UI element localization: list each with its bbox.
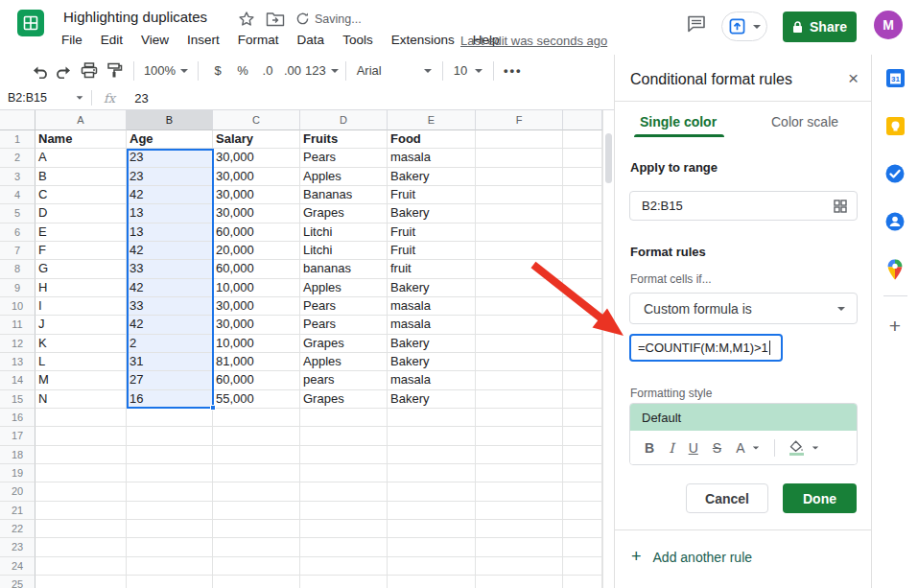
cell-G1[interactable] (563, 130, 602, 149)
cell-D17[interactable] (300, 427, 388, 445)
cell-C4[interactable]: 30,000 (213, 186, 300, 204)
cell-E12[interactable]: Bakery (388, 335, 476, 353)
cell-A20[interactable] (35, 482, 127, 501)
row-header-16[interactable]: 16 (0, 409, 35, 427)
increase-decimal-button[interactable]: .00 (280, 59, 305, 82)
cell-E24[interactable] (388, 557, 476, 576)
google-calendar-icon[interactable]: 31 (884, 67, 906, 88)
cell-B3[interactable]: 23 (127, 168, 213, 186)
cell-F9[interactable] (476, 279, 563, 297)
custom-formula-input[interactable]: =COUNTIF(M:M,M1)>1 (629, 334, 783, 362)
cell-B18[interactable] (127, 446, 213, 464)
row-header-7[interactable]: 7 (0, 242, 35, 260)
font-size-select[interactable]: 10 (450, 59, 486, 82)
row-header-1[interactable]: 1 (0, 130, 35, 149)
star-icon[interactable] (238, 11, 255, 28)
cell-G6[interactable] (563, 223, 602, 242)
menu-format[interactable]: Format (238, 33, 279, 47)
row-header-15[interactable]: 15 (0, 390, 35, 409)
cell-G7[interactable] (563, 242, 602, 260)
cell-D25[interactable] (300, 576, 388, 588)
cell-A17[interactable] (35, 427, 127, 445)
last-edit-link[interactable]: Last edit was seconds ago (460, 34, 607, 48)
get-add-ons-icon[interactable]: + (889, 315, 901, 338)
cell-E8[interactable]: fruit (388, 260, 476, 278)
cell-F1[interactable] (476, 130, 563, 149)
cell-F5[interactable] (476, 204, 563, 223)
cell-G16[interactable] (563, 409, 602, 427)
cell-E19[interactable] (388, 464, 476, 482)
cell-E1[interactable]: Food (388, 130, 476, 149)
cell-F16[interactable] (476, 409, 563, 427)
cell-B23[interactable] (127, 538, 213, 556)
cell-G19[interactable] (563, 464, 602, 482)
cell-A5[interactable]: D (35, 204, 127, 223)
row-header-10[interactable]: 10 (0, 297, 35, 316)
cell-D8[interactable]: bananas (300, 260, 388, 278)
cell-C2[interactable]: 30,000 (213, 149, 300, 167)
cell-G23[interactable] (563, 538, 602, 556)
cell-E23[interactable] (388, 538, 476, 556)
cell-F7[interactable] (476, 242, 563, 260)
cell-C17[interactable] (213, 427, 300, 445)
column-header-B[interactable]: B (127, 110, 213, 130)
cell-E22[interactable] (388, 520, 476, 538)
cell-D23[interactable] (300, 538, 388, 556)
cell-A6[interactable]: E (35, 223, 127, 242)
row-header-21[interactable]: 21 (0, 502, 35, 520)
cell-F6[interactable] (476, 223, 563, 242)
cell-D2[interactable]: Pears (300, 149, 388, 167)
cell-E4[interactable]: Fruit (388, 186, 476, 204)
cell-F12[interactable] (476, 335, 563, 353)
name-box[interactable]: B2:B15 (0, 86, 91, 109)
cell-C12[interactable]: 10,000 (213, 335, 300, 353)
cell-D22[interactable] (300, 520, 388, 538)
cell-B12[interactable]: 2 (127, 335, 213, 353)
cell-C8[interactable]: 60,000 (213, 260, 300, 278)
cell-G20[interactable] (563, 482, 602, 501)
formula-bar-input[interactable]: 23 (134, 91, 148, 106)
cell-G25[interactable] (563, 576, 602, 588)
italic-button[interactable]: I (669, 440, 674, 456)
cell-F3[interactable] (476, 168, 563, 186)
cell-B25[interactable] (127, 576, 213, 588)
cell-B10[interactable]: 33 (127, 297, 213, 316)
column-header-F[interactable]: F (476, 110, 563, 130)
range-input[interactable]: B2:B15 (629, 191, 858, 221)
cell-D19[interactable] (300, 464, 388, 482)
cell-A14[interactable]: M (35, 371, 127, 389)
cell-G12[interactable] (563, 335, 602, 353)
cell-A10[interactable]: I (35, 297, 127, 316)
row-header-12[interactable]: 12 (0, 335, 35, 353)
cell-A24[interactable] (35, 557, 127, 576)
text-color-button[interactable]: A (736, 440, 760, 456)
cell-A1[interactable]: Name (35, 130, 127, 149)
column-header-A[interactable]: A (35, 110, 127, 130)
row-header-6[interactable]: 6 (0, 223, 35, 242)
cell-G22[interactable] (563, 520, 602, 538)
row-header-3[interactable]: 3 (0, 168, 35, 186)
decrease-decimal-button[interactable]: .0 (255, 59, 280, 82)
cell-E3[interactable]: Bakery (388, 168, 476, 186)
cell-A21[interactable] (35, 502, 127, 520)
cell-D15[interactable]: Grapes (300, 390, 388, 409)
cell-D5[interactable]: Grapes (300, 204, 388, 223)
cell-E2[interactable]: masala (388, 149, 476, 167)
google-contacts-icon[interactable] (884, 211, 906, 232)
cell-A23[interactable] (35, 538, 127, 556)
cell-C9[interactable]: 10,000 (213, 279, 300, 297)
row-header-14[interactable]: 14 (0, 371, 35, 389)
google-tasks-icon[interactable] (884, 163, 906, 184)
cell-E17[interactable] (388, 427, 476, 445)
cell-C10[interactable]: 30,000 (213, 297, 300, 316)
row-header-18[interactable]: 18 (0, 446, 35, 464)
redo-icon[interactable] (52, 59, 77, 82)
cell-B5[interactable]: 13 (127, 204, 213, 223)
cell-F23[interactable] (476, 538, 563, 556)
cell-B21[interactable] (127, 502, 213, 520)
paint-format-icon[interactable] (102, 59, 127, 82)
cell-D21[interactable] (300, 502, 388, 520)
cell-C3[interactable]: 30,000 (213, 168, 300, 186)
avatar[interactable]: M (874, 11, 903, 39)
cell-B19[interactable] (127, 464, 213, 482)
